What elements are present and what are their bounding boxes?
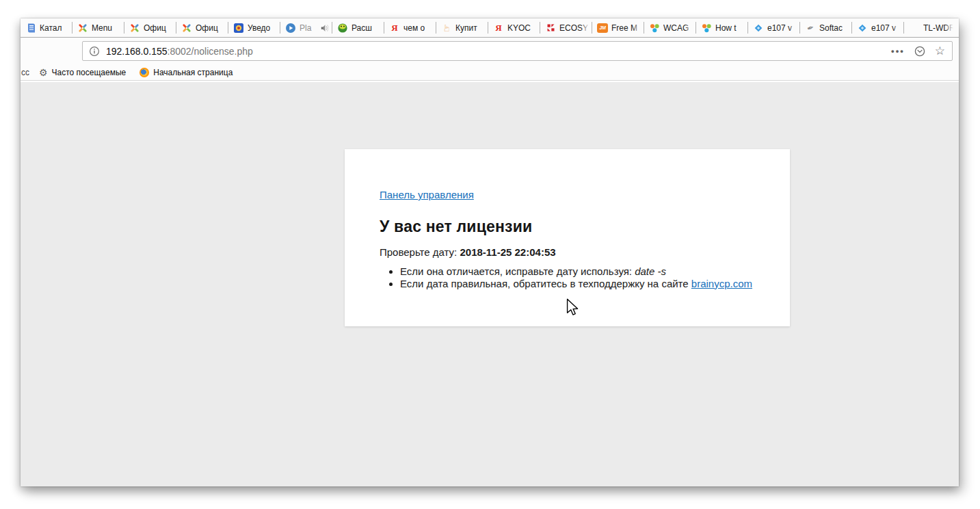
tab-7[interactable]: Расш: [332, 18, 384, 37]
tab-6[interactable]: Pla: [280, 18, 332, 37]
joomla-icon: [181, 23, 192, 34]
tab-14[interactable]: How t: [696, 18, 748, 37]
tab-label-fade: [529, 18, 540, 37]
tab-label-fade: [269, 18, 280, 37]
tab-15[interactable]: e107 v: [748, 18, 800, 37]
play-icon: [285, 23, 296, 34]
hand-cursor-icon: ☞: [441, 23, 452, 34]
instruction-text: Если дата правильная, обратитесь в техпо…: [400, 278, 689, 289]
tab-4[interactable]: Офиц: [176, 18, 228, 37]
info-icon[interactable]: [89, 46, 100, 57]
tab-label-fade: [165, 18, 176, 37]
tab-10[interactable]: ЯKYOC: [488, 18, 540, 37]
instruction-item: Если дата правильная, обратитесь в техпо…: [400, 278, 763, 290]
tab-label-fade: [737, 18, 747, 37]
tab-label: Pla: [300, 23, 316, 33]
date-label: Проверьте дату:: [380, 246, 457, 258]
url-text[interactable]: 192.168.0.155:8002/nolicense.php: [106, 46, 885, 57]
tab-label-fade: [892, 18, 903, 37]
tab-3[interactable]: Офиц: [124, 18, 176, 37]
command-text: date -s: [635, 265, 666, 277]
browser-window: КаталMenuОфицОфицУведоPlaРасшЯчем о☞Купи…: [21, 18, 959, 486]
instruction-item: Если она отличается, исправьте дату испо…: [400, 265, 763, 278]
feather-icon: ✒: [804, 21, 818, 35]
bookmark-star-icon[interactable]: ☆: [935, 45, 945, 57]
instruction-text: Если она отличается, исправьте дату испо…: [400, 265, 632, 277]
tab-label-fade: [425, 18, 436, 37]
url-bar[interactable]: 192.168.0.155:8002/nolicense.php ••• ☆: [82, 41, 953, 61]
tab-13[interactable]: WCAG: [644, 18, 696, 37]
tab-label-fade: [321, 18, 332, 37]
tab-12[interactable]: JMFree M: [592, 18, 644, 37]
tab-18[interactable]: TL-WDR36: [904, 18, 956, 37]
tab-label-fade: [61, 18, 72, 37]
bookmark-item[interactable]: Начальная страница: [135, 66, 237, 79]
e107-diamond-icon: [753, 23, 764, 34]
tab-label-fade: [373, 18, 384, 37]
tab-11[interactable]: ECOSY: [540, 18, 592, 37]
bookmark-item[interactable]: ⚙Часто посещаемые: [35, 66, 130, 79]
e107-diamond-icon: [857, 23, 868, 34]
tri-circles-icon: [649, 23, 660, 34]
catalog-icon: [25, 23, 36, 34]
green-ext-icon: [337, 23, 348, 34]
tab-label-fade: [840, 18, 851, 37]
yandex-icon: Я: [493, 23, 504, 34]
mouse-cursor: [565, 298, 580, 319]
url-path: :8002/nolicense.php: [168, 46, 253, 57]
bookmarks-bar: сс ⚙Часто посещаемыеНачальная страница: [21, 64, 959, 81]
urlbar-actions: ••• ☆: [891, 45, 945, 57]
navigation-toolbar: 192.168.0.155:8002/nolicense.php ••• ☆: [21, 38, 959, 64]
tab-2[interactable]: Menu: [72, 18, 124, 37]
bookmark-label: Начальная страница: [153, 68, 233, 77]
url-domain: 192.168.0.155: [106, 46, 168, 57]
tab-17[interactable]: e107 v: [852, 18, 904, 37]
page-title: У вас нет лицензии: [380, 218, 763, 236]
firefox-icon: [140, 68, 149, 77]
tab-label-fade: [113, 18, 124, 37]
tri-circles-icon: [701, 23, 712, 34]
tab-label-fade: [685, 18, 696, 37]
joomla-icon: [77, 23, 88, 34]
tab-label-fade: [477, 18, 488, 37]
tab-9[interactable]: ☞Купит: [436, 18, 488, 37]
page-actions-icon[interactable]: •••: [891, 46, 905, 56]
joomla-icon: [129, 23, 140, 34]
tab-label-fade: [789, 18, 799, 37]
tab-label-fade: [217, 18, 228, 37]
none-icon: [909, 23, 920, 34]
tab-1[interactable]: Катал: [21, 18, 72, 37]
bookmark-item-truncated[interactable]: сс: [21, 68, 29, 77]
date-value: 2018-11-25 22:04:53: [460, 246, 555, 258]
instructions-list: Если она отличается, исправьте дату испо…: [380, 265, 763, 289]
tab-16[interactable]: ✒Softac: [800, 18, 852, 37]
ecosys-icon: [545, 23, 556, 34]
pocket-icon[interactable]: [914, 46, 925, 57]
jm-badge-icon: JM: [597, 23, 608, 33]
mvd-badge-icon: [233, 23, 244, 34]
tab-5[interactable]: Уведо: [228, 18, 280, 37]
support-site-link[interactable]: brainycp.com: [691, 278, 752, 289]
tab-bar: КаталMenuОфицОфицУведоPlaРасшЯчем о☞Купи…: [21, 18, 959, 38]
tab-label-fade: [944, 18, 955, 37]
bookmark-label: Часто посещаемые: [52, 68, 127, 77]
page-content: Панель управления У вас нет лицензии Про…: [21, 82, 959, 486]
gear-icon: ⚙: [39, 68, 48, 77]
yandex-icon: Я: [389, 23, 400, 34]
tab-8[interactable]: Ячем о: [384, 18, 436, 37]
tab-label-fade: [633, 18, 644, 37]
tab-label-fade: [581, 18, 592, 37]
date-line: Проверьте дату: 2018-11-25 22:04:53: [380, 246, 763, 258]
control-panel-link[interactable]: Панель управления: [380, 189, 474, 200]
